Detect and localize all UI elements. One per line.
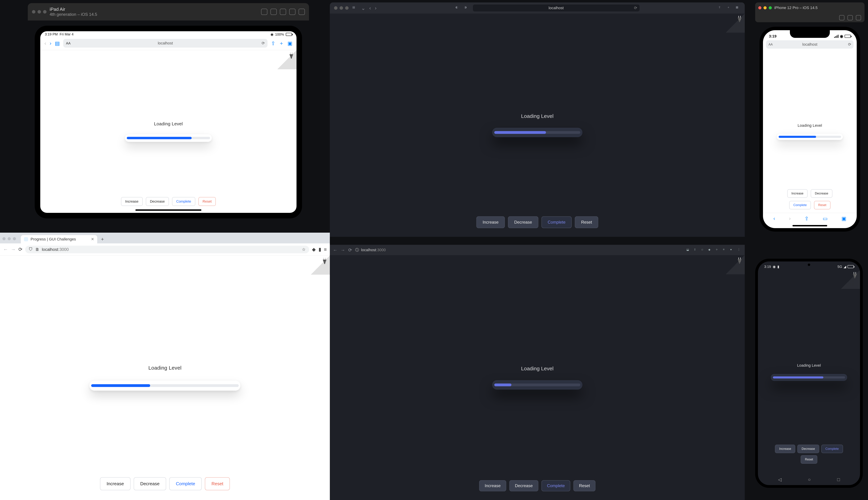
menu-icon[interactable]: ⋮	[738, 248, 742, 252]
reload-button[interactable]: ⟳	[19, 247, 22, 252]
devtools-corner-flag[interactable]: 🔌	[311, 255, 330, 275]
tabs-icon[interactable]: ▣	[842, 215, 846, 221]
install-icon[interactable]: ⬓	[686, 248, 690, 252]
tabs-icon[interactable]: ▣	[287, 40, 292, 46]
back-button[interactable]: ←	[333, 247, 338, 253]
devtools-corner-flag[interactable]: 🔌	[841, 270, 860, 289]
address-bar[interactable]: ⛉ 🗎 localhost:3000 ☆	[25, 246, 309, 253]
forward-button[interactable]: ›	[375, 5, 377, 11]
share-icon[interactable]: ⇪	[718, 5, 723, 10]
min-dot[interactable]	[37, 10, 41, 13]
min-dot[interactable]	[8, 237, 11, 240]
forward-button[interactable]: →	[11, 247, 16, 252]
newtab-icon[interactable]: ＋	[279, 40, 284, 47]
increase-button[interactable]: Increase	[476, 216, 505, 228]
close-dot[interactable]	[758, 6, 762, 9]
back-nav[interactable]: ◁	[778, 477, 781, 482]
close-dot[interactable]	[334, 6, 338, 10]
forward-button[interactable]: →	[341, 247, 345, 253]
forward-button[interactable]: ›	[50, 40, 52, 46]
home-icon[interactable]	[289, 9, 296, 15]
complete-button[interactable]: Complete	[541, 216, 572, 228]
increase-button[interactable]: Increase	[100, 477, 130, 490]
reader-icon[interactable]: AA	[66, 41, 71, 45]
reader-icon[interactable]: AA	[768, 43, 773, 46]
back-button[interactable]: ←	[3, 247, 8, 252]
rotate-icon[interactable]	[856, 15, 861, 20]
home-indicator[interactable]	[135, 209, 201, 211]
screenshot-icon[interactable]	[839, 15, 844, 20]
max-dot[interactable]	[345, 6, 349, 10]
reload-icon[interactable]: ⟳	[262, 41, 265, 45]
devtools-corner-flag[interactable]: 🔌	[726, 255, 745, 274]
address-bar[interactable]: localhost ⟳	[473, 4, 640, 11]
star-icon[interactable]: ☆	[701, 248, 705, 252]
share-icon[interactable]: ⇪	[804, 215, 809, 221]
sidebar-icon[interactable]: ▤	[352, 5, 357, 10]
decrease-button[interactable]: Decrease	[134, 477, 166, 490]
site-info-icon[interactable]: 🗎	[35, 247, 39, 252]
profile-icon[interactable]: ●	[730, 248, 734, 252]
reset-button[interactable]: Reset	[575, 216, 598, 228]
record-icon[interactable]	[280, 9, 286, 15]
address-bar[interactable]: ⓘ localhost:3000	[355, 247, 518, 253]
complete-button[interactable]: Complete	[541, 480, 570, 491]
share-icon[interactable]: ⇪	[271, 40, 275, 46]
extension1-icon[interactable]: ◆	[312, 247, 316, 252]
min-dot[interactable]	[764, 6, 767, 9]
back-button[interactable]: ‹	[44, 40, 46, 46]
back-button[interactable]: ‹	[773, 215, 775, 221]
appearance-icon[interactable]: ◑	[464, 5, 469, 10]
reload-icon[interactable]: ⟳	[634, 6, 637, 10]
address-bar[interactable]: AA localhost ⟳	[766, 40, 854, 49]
reset-button[interactable]: Reset	[205, 477, 230, 490]
screenshot-icon[interactable]	[271, 9, 277, 15]
sidebar-icon[interactable]: ▤	[55, 40, 60, 46]
reset-button[interactable]: Reset	[573, 480, 595, 491]
forward-button[interactable]: ›	[789, 215, 791, 221]
decrease-button[interactable]: Decrease	[811, 189, 832, 198]
shield-icon[interactable]: ⛉	[28, 247, 33, 252]
dropdown-icon[interactable]: ⌄	[361, 5, 365, 11]
max-dot[interactable]	[13, 237, 16, 240]
reload-button[interactable]: ⟳	[348, 247, 352, 253]
increase-button[interactable]: Increase	[479, 480, 506, 491]
home-indicator[interactable]	[792, 225, 827, 226]
devtools-corner-flag[interactable]: 🔌	[726, 13, 745, 33]
close-dot[interactable]	[2, 237, 5, 240]
extension1-icon[interactable]: ◆	[708, 248, 712, 252]
rotate-icon[interactable]	[299, 9, 305, 15]
increase-button[interactable]: Increase	[787, 189, 808, 198]
extension2-icon[interactable]: ▮	[319, 247, 321, 252]
complete-button[interactable]: Complete	[789, 201, 811, 209]
increase-button[interactable]: Increase	[121, 197, 143, 206]
max-dot[interactable]	[769, 6, 772, 9]
pointer-icon[interactable]	[261, 9, 267, 15]
site-info-icon[interactable]: ⓘ	[355, 247, 359, 253]
min-dot[interactable]	[340, 6, 343, 10]
recents-nav[interactable]: □	[837, 477, 840, 482]
close-tab-icon[interactable]: ✕	[91, 237, 94, 241]
complete-button[interactable]: Complete	[169, 477, 202, 490]
home-icon[interactable]	[847, 15, 853, 20]
back-button[interactable]: ‹	[369, 5, 371, 11]
complete-button[interactable]: Complete	[172, 197, 195, 206]
max-dot[interactable]	[43, 10, 47, 13]
tabs-icon[interactable]: ▦	[736, 5, 741, 10]
extension2-icon[interactable]: ≡	[723, 248, 727, 252]
star-icon[interactable]: ☆	[302, 247, 306, 252]
browser-tab[interactable]: Progress | GUI Challenges ✕	[21, 235, 97, 243]
increase-button[interactable]: Increase	[775, 445, 795, 453]
share-icon[interactable]: ⇪	[694, 248, 698, 252]
decrease-button[interactable]: Decrease	[508, 216, 538, 228]
reset-button[interactable]: Reset	[801, 455, 817, 464]
address-bar[interactable]: AA localhost ⟳	[63, 39, 267, 48]
extensions-icon[interactable]: ✧	[716, 248, 720, 252]
menu-icon[interactable]: ≡	[324, 247, 327, 252]
reset-button[interactable]: Reset	[814, 201, 831, 209]
new-tab-button[interactable]: +	[99, 236, 106, 243]
close-dot[interactable]	[32, 10, 35, 13]
devtools-corner-flag[interactable]: 🔌	[277, 50, 297, 69]
reload-icon[interactable]: ⟳	[848, 42, 851, 47]
bookmarks-icon[interactable]: ▭	[823, 215, 827, 221]
